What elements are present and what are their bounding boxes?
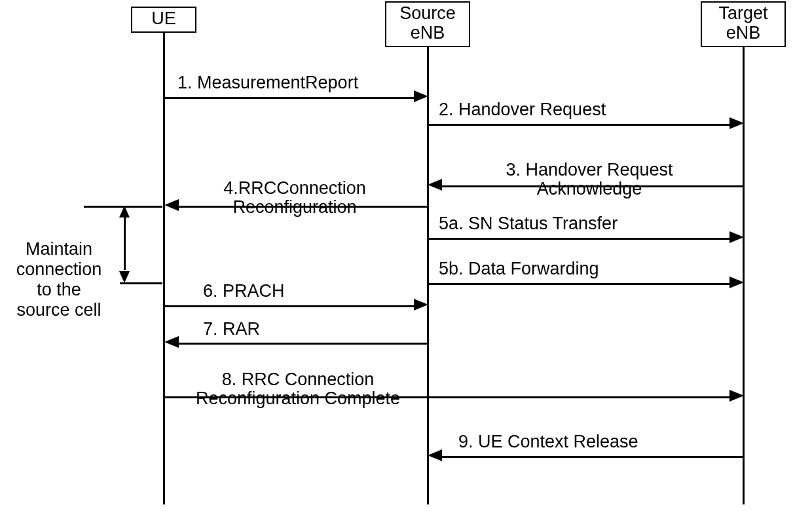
msg5a-arrowhead bbox=[729, 231, 744, 243]
msg9-label: 9. UE Context Release bbox=[458, 432, 694, 452]
lifeline-ue bbox=[163, 33, 165, 504]
actor-source-enb: Source eNB bbox=[385, 1, 470, 47]
msg5b-arrow bbox=[429, 283, 731, 285]
msg8-arrowhead bbox=[729, 390, 744, 402]
msg1-arrow bbox=[164, 97, 415, 99]
actor-source-label: Source eNB bbox=[399, 3, 456, 43]
msg2-arrow bbox=[429, 124, 731, 126]
bracket-cap-bottom bbox=[119, 271, 130, 283]
msg1-arrowhead bbox=[414, 90, 428, 102]
lifeline-source bbox=[427, 47, 429, 504]
msg9-arrow bbox=[441, 456, 743, 458]
lifeline-target bbox=[743, 47, 745, 504]
msg5a-label: 5a. SN Status Transfer bbox=[439, 214, 674, 234]
msg6-arrow bbox=[164, 305, 415, 307]
msg9-arrowhead bbox=[428, 449, 442, 461]
actor-ue: UE bbox=[131, 7, 196, 33]
msg2-arrowhead bbox=[729, 117, 744, 129]
msg5b-arrowhead bbox=[729, 276, 744, 288]
msg5b-label: 5b. Data Forwarding bbox=[439, 259, 674, 279]
sequence-diagram: UE Source eNB Target eNB 1. MeasurementR… bbox=[0, 0, 812, 511]
msg7-label: 7. RAR bbox=[203, 320, 334, 339]
msg2-label: 2. Handover Request bbox=[439, 100, 648, 120]
msg6-label: 6. PRACH bbox=[203, 282, 334, 301]
msg6-arrowhead bbox=[414, 299, 428, 311]
msg4-label: 4.RRCConnection Reconfiguration bbox=[190, 159, 399, 218]
actor-target-label: Target eNB bbox=[718, 3, 767, 43]
msg3-arrowhead bbox=[428, 179, 442, 191]
msg3-arrow bbox=[441, 185, 743, 187]
actor-ue-label: UE bbox=[151, 9, 176, 28]
actor-target-enb: Target eNB bbox=[701, 1, 786, 47]
msg4-arrow bbox=[178, 206, 428, 208]
msg8-label: 8. RRC Connection Reconfiguration Comple… bbox=[167, 350, 429, 409]
msg7-arrowhead bbox=[164, 336, 179, 348]
msg4-arrowhead bbox=[164, 199, 179, 211]
msg3-label: 3. Handover Request Acknowledge bbox=[452, 141, 727, 199]
msg5a-arrow bbox=[429, 238, 731, 240]
bracket-vertical bbox=[124, 218, 126, 270]
bracket-cap-top bbox=[119, 206, 130, 218]
msg8-arrow bbox=[164, 396, 731, 398]
msg1-label: 1. MeasurementReport bbox=[177, 73, 394, 93]
maintain-connection-note: Maintain connection to the source cell bbox=[0, 219, 118, 320]
msg7-arrow bbox=[178, 343, 428, 345]
